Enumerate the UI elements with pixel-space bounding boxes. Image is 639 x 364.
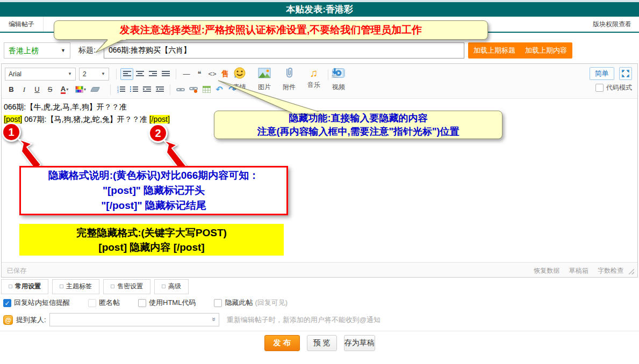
at-icon: @	[3, 315, 13, 325]
word-count-link[interactable]: 字数检查	[598, 267, 623, 274]
tab-label: 高级	[168, 282, 181, 291]
code-mode-checkbox[interactable]	[595, 84, 604, 92]
table-icon	[203, 86, 211, 93]
annotation-text: "[post]" 隐藏标记开头	[21, 183, 286, 198]
strikethrough-button[interactable]: S	[44, 84, 56, 96]
font-size-value: 2	[83, 68, 87, 80]
font-family-select[interactable]: Arial ▼	[5, 68, 76, 81]
annotation-text: [post] 隐藏内容 [/post]	[19, 240, 284, 254]
quote-icon: ❝	[198, 70, 202, 78]
saved-status: 已保存	[7, 266, 26, 275]
hr-icon: —	[183, 70, 190, 78]
align-center-button[interactable]	[133, 68, 146, 80]
italic-button[interactable]: I	[18, 84, 31, 96]
fullscreen-button[interactable]	[619, 67, 632, 80]
preview-button[interactable]: 预 览	[307, 335, 337, 351]
align-right-button[interactable]	[146, 68, 159, 80]
anonymous-post-option[interactable]: 匿名帖	[88, 298, 120, 308]
horizontal-rule-button[interactable]: —	[180, 68, 193, 80]
save-draft-button[interactable]: 存为草稿	[344, 335, 375, 351]
font-color-button[interactable]: A ▾	[56, 84, 73, 96]
post-close-tag: [/post]	[149, 115, 170, 123]
checkbox-icon[interactable]	[214, 299, 222, 307]
ordered-list-button[interactable]: 123	[114, 84, 127, 96]
checkbox-checked-icon[interactable]: ✓	[3, 299, 11, 307]
mention-row: @ 提到某人: » 重新编辑帖子时，新添加的用户将不能收到@通知	[3, 313, 380, 326]
red-arrow-1	[16, 138, 43, 169]
unlink-icon	[189, 86, 198, 93]
hide-post-option[interactable]: 隐藏此帖(回复可见)	[214, 298, 288, 308]
code-mode-label: 代码模式	[606, 83, 632, 92]
align-left-button[interactable]	[120, 68, 133, 80]
chevrons-down-icon[interactable]: »	[211, 317, 219, 321]
annotation-full-format-box: 完整隐藏格式:(关键字大写POST) [post] 隐藏内容 [/post]	[19, 224, 284, 256]
annotation-text: 完整隐藏格式:(关键字大写POST)	[19, 225, 284, 240]
code-button[interactable]: <>	[206, 68, 219, 80]
annotation-callout-type: 发表注意选择类型:严格按照认证标准设置,不要给我们管理员加工作	[54, 20, 488, 40]
reply-notify-option[interactable]: ✓回复站内短信提醒	[3, 298, 70, 308]
chevron-down-icon: ▾	[66, 87, 68, 92]
annotation-callout-hide: 隐藏功能:直接输入要隐藏的内容 注意(再内容输入框中,需要注意"指针光标")位置	[214, 111, 502, 139]
music-note-icon: ♫	[301, 67, 326, 79]
tab-common-settings[interactable]: 常用设置	[1, 279, 48, 294]
remove-link-button[interactable]	[187, 84, 200, 96]
fullscreen-icon	[622, 70, 629, 77]
remove-format-button[interactable]	[89, 84, 102, 96]
font-color-icon: A	[61, 85, 66, 94]
tab-label: 常用设置	[15, 282, 41, 291]
mention-input[interactable]: »	[49, 313, 219, 326]
pagebreak-button[interactable]	[331, 68, 339, 80]
align-justify-button[interactable]	[159, 68, 172, 80]
title-input[interactable]	[104, 42, 464, 59]
smiley-icon	[233, 67, 246, 79]
load-last-content-button[interactable]: 加载上期内容	[520, 42, 572, 59]
svg-text:3: 3	[117, 90, 119, 93]
square-bullet-icon	[60, 285, 63, 288]
callout-tail	[90, 39, 133, 54]
option-label: 使用HTML代码	[149, 298, 196, 308]
callout-tail	[217, 79, 329, 113]
quote-button[interactable]: ❝	[193, 68, 206, 80]
tab-edit-post[interactable]: 编辑帖子	[0, 17, 44, 32]
code-icon: <>	[208, 70, 216, 78]
indent-button[interactable]	[140, 84, 153, 96]
checkbox-icon[interactable]	[88, 299, 96, 307]
editor-line2-text: 067期:【马,狗,猪,龙,蛇,兔】开？？准	[22, 115, 149, 123]
options-row: ✓回复站内短信提醒 匿名帖 使用HTML代码 隐藏此帖(回复可见)	[3, 298, 306, 308]
load-last-title-button[interactable]: 加载上期标题	[468, 42, 521, 59]
resize-handle[interactable]	[628, 268, 634, 274]
simple-mode-button[interactable]: 简单	[590, 67, 614, 80]
underline-button[interactable]: U	[31, 84, 44, 96]
insert-link-button[interactable]	[174, 84, 187, 96]
tab-advanced[interactable]: 高级	[154, 279, 189, 294]
outdent-icon	[156, 86, 164, 93]
tab-label: 售密设置	[117, 282, 143, 291]
use-html-option[interactable]: 使用HTML代码	[138, 298, 196, 308]
annotation-text: 注意(再内容输入框中,需要注意"指针光标")位置	[257, 125, 459, 139]
annotation-text: "[/post]" 隐藏标记结尾	[21, 198, 286, 213]
background-color-button[interactable]: ▾	[73, 84, 89, 96]
font-size-select[interactable]: 2 ▼	[79, 68, 109, 81]
checkbox-icon[interactable]	[138, 299, 146, 307]
footer-divider	[0, 331, 639, 331]
outdent-button[interactable]	[153, 84, 166, 96]
post-editor-page: 本贴发表:香港彩 编辑帖子 版块权限查看 香港上榜 ▼ 标题: 加载上期标题 加…	[0, 0, 639, 364]
align-center-icon	[136, 70, 144, 77]
unordered-list-button[interactable]	[127, 84, 140, 96]
page-title: 本贴发表:香港彩	[0, 2, 639, 17]
strikethrough-icon: S	[48, 85, 53, 93]
tab-topic-tags[interactable]: 主题标签	[52, 279, 99, 294]
publish-button[interactable]: 发 布	[264, 335, 300, 351]
category-select[interactable]: 香港上榜 ▼	[4, 42, 70, 59]
insert-table-button[interactable]	[200, 84, 213, 96]
bold-button[interactable]: B	[5, 84, 18, 96]
bold-icon: B	[9, 85, 13, 93]
tab-sell-settings[interactable]: 售密设置	[103, 279, 150, 294]
italic-icon: I	[23, 85, 25, 94]
forum-permission-link[interactable]: 版块权限查看	[593, 17, 631, 32]
annotation-text: 发表注意选择类型:严格按照认证标准设置,不要给我们管理员加工作	[120, 23, 422, 37]
annotation-text: 隐藏格式说明:(黄色标识)对比066期内容可知：	[21, 168, 286, 183]
option-suffix: (回复可见)	[255, 298, 288, 308]
restore-data-link[interactable]: 恢复数据	[534, 267, 559, 274]
drafts-link[interactable]: 草稿箱	[569, 267, 588, 274]
